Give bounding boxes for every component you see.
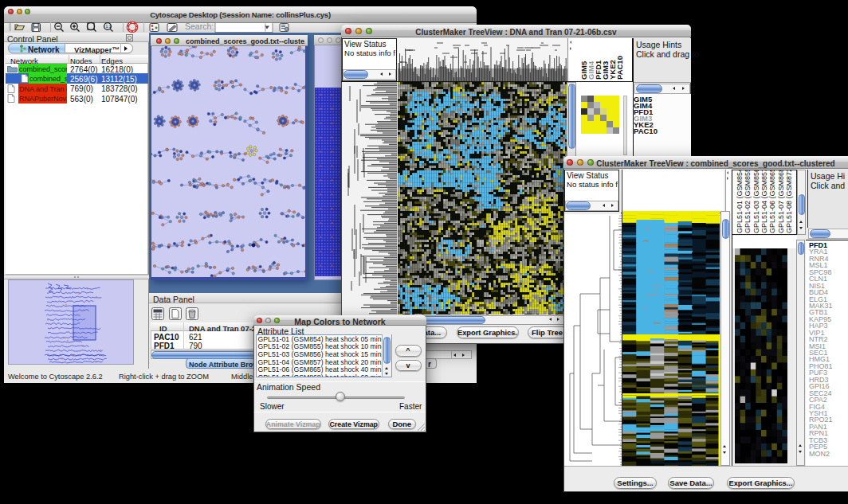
svg-text:Search:: Search: — [185, 21, 214, 31]
svg-text:1:1: 1:1 — [106, 24, 112, 29]
